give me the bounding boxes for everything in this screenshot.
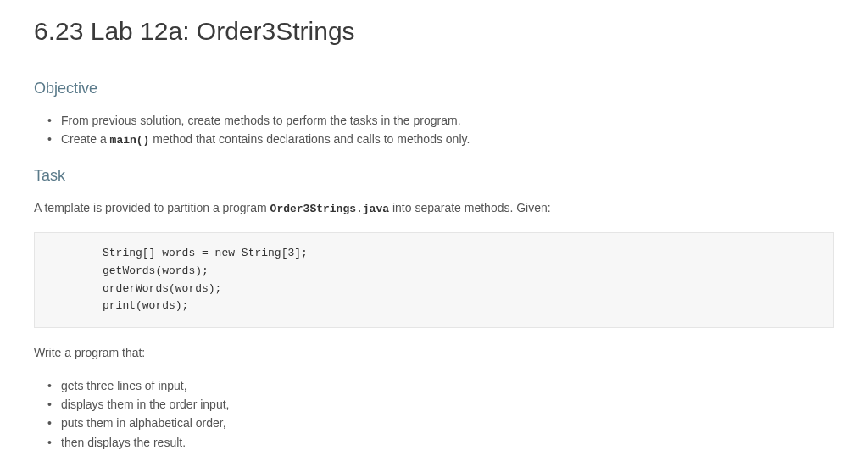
task-list: gets three lines of input, displays them… (34, 376, 834, 453)
task-intro: A template is provided to partition a pr… (34, 198, 834, 219)
list-item: displays them in the order input, (61, 395, 834, 414)
list-item: then displays the result. (61, 433, 834, 452)
task-heading: Task (34, 167, 834, 185)
list-item-text: From previous solution, create methods t… (61, 114, 461, 127)
task-intro-prefix: A template is provided to partition a pr… (34, 201, 270, 214)
list-item: Create a main() method that contains dec… (61, 130, 834, 150)
page-title: 6.23 Lab 12a: Order3Strings (34, 17, 834, 46)
list-item-text: displays them in the order input, (61, 398, 229, 411)
inline-code: Order3Strings.java (270, 203, 389, 215)
list-item-prefix: Create a (61, 132, 110, 146)
list-item-text: gets three lines of input, (61, 379, 187, 392)
list-item-text: puts them in alphabetical order, (61, 416, 226, 430)
list-item-text: then displays the result. (61, 436, 186, 449)
write-intro: Write a program that: (34, 343, 834, 362)
list-item: From previous solution, create methods t… (61, 111, 834, 130)
inline-code: main() (110, 134, 150, 147)
objective-heading: Objective (34, 80, 834, 97)
list-item-suffix: method that contains declarations and ca… (149, 132, 470, 146)
task-intro-suffix: into separate methods. Given: (389, 201, 551, 214)
code-block: String[] words = new String[3]; getWords… (34, 232, 834, 328)
list-item: puts them in alphabetical order, (61, 414, 834, 432)
objective-list: From previous solution, create methods t… (34, 111, 834, 150)
list-item: gets three lines of input, (61, 376, 834, 395)
